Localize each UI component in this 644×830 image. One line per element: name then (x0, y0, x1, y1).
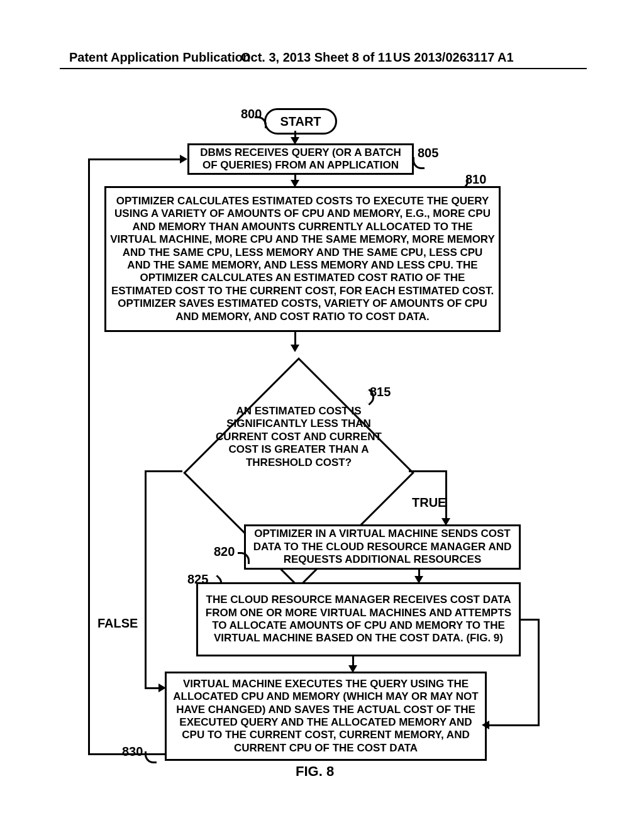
decision-815-text: AN ESTIMATED COST IS SIGNIFICANTLY LESS … (208, 405, 390, 469)
connector (487, 724, 540, 726)
connector (409, 470, 447, 472)
connector (145, 470, 182, 472)
true-label: TRUE (412, 495, 446, 510)
false-label: FALSE (97, 616, 138, 631)
step-825-box: THE CLOUD RESOURCE MANAGER RECEIVES COST… (196, 582, 521, 656)
connector (88, 158, 90, 755)
arrow-down-icon (291, 345, 299, 352)
step-820-box: OPTIMIZER IN A VIRTUAL MACHINE SENDS COS… (244, 524, 521, 570)
step-805-text: DBMS RECEIVES QUERY (OR A BATCH OF QUERI… (193, 147, 408, 172)
page: Patent Application Publication Oct. 3, 2… (0, 0, 644, 830)
ref-810: 810 (465, 172, 486, 187)
connector (88, 158, 181, 160)
header-rule (60, 68, 587, 69)
step-830-text: VIRTUAL MACHINE EXECUTES THE QUERY USING… (170, 678, 481, 755)
connector (521, 619, 540, 621)
connector (88, 753, 166, 755)
connector (538, 619, 540, 726)
connector (294, 332, 296, 346)
start-label: START (280, 114, 321, 129)
figure-caption: FIG. 8 (296, 763, 334, 780)
arrow-left-icon (482, 721, 489, 729)
start-node: START (264, 108, 337, 135)
connector (445, 470, 447, 519)
step-805-box: DBMS RECEIVES QUERY (OR A BATCH OF QUERI… (187, 143, 414, 175)
step-830-box: VIRTUAL MACHINE EXECUTES THE QUERY USING… (165, 672, 487, 761)
ref-820: 820 (214, 545, 235, 559)
ref-830: 830 (122, 744, 143, 759)
step-825-text: THE CLOUD RESOURCE MANAGER RECEIVES COST… (202, 594, 515, 645)
header-left: Patent Application Publication (69, 50, 250, 65)
step-810-box: OPTIMIZER CALCULATES ESTIMATED COSTS TO … (104, 186, 501, 332)
step-820-text: OPTIMIZER IN A VIRTUAL MACHINE SENDS COS… (250, 528, 515, 566)
header-right: US 2013/0263117 A1 (393, 50, 514, 65)
arrow-right-icon (180, 155, 187, 163)
connector (145, 470, 147, 687)
ref-805-hook (413, 157, 425, 169)
header-center: Oct. 3, 2013 Sheet 8 of 11 (241, 50, 392, 65)
step-810-text: OPTIMIZER CALCULATES ESTIMATED COSTS TO … (110, 195, 495, 323)
